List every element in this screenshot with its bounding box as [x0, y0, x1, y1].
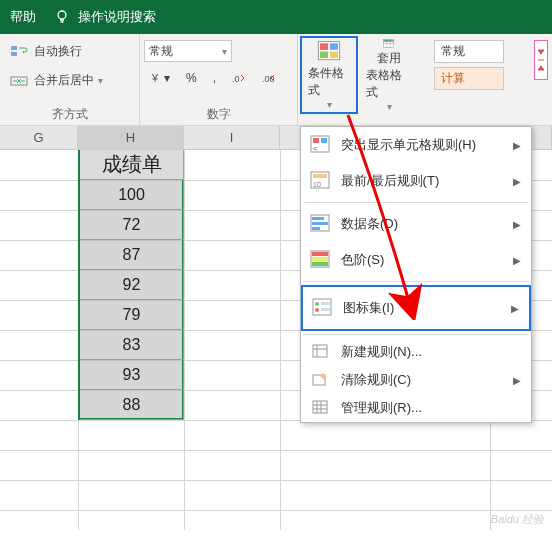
table-cell[interactable]: 88 — [80, 390, 184, 420]
svg-text:¥: ¥ — [151, 72, 159, 84]
number-group-label: 数字 — [140, 106, 297, 126]
conditional-formatting-label: 条件格式 — [308, 65, 350, 99]
menu-label: 数据条(D) — [341, 215, 398, 233]
svg-rect-33 — [321, 308, 330, 311]
menu-manage-rules[interactable]: 管理规则(R)... — [301, 394, 531, 422]
table-cell[interactable]: 83 — [80, 330, 184, 360]
style-gallery-scroll[interactable] — [534, 40, 548, 80]
col-header-h[interactable]: H — [78, 126, 184, 149]
svg-rect-15 — [313, 138, 319, 143]
conditional-format-menu: < 突出显示单元格规则(H)▶ 10 最前/最后规则(T)▶ 数据条(D)▶ 色… — [300, 126, 532, 423]
chevron-down-icon: ▾ — [222, 46, 227, 57]
color-scales-icon — [309, 249, 331, 271]
increase-decimal-button[interactable]: .0 — [226, 68, 252, 88]
tell-me-search[interactable]: 操作说明搜索 — [78, 8, 156, 26]
svg-text:.0: .0 — [232, 74, 240, 84]
svg-text:10: 10 — [313, 181, 321, 188]
svg-rect-11 — [330, 52, 338, 59]
wrap-text-label: 自动换行 — [34, 43, 82, 60]
menu-icon-sets[interactable]: 图标集(I)▶ — [301, 285, 531, 331]
highlight-rules-icon: < — [309, 134, 331, 156]
svg-rect-8 — [320, 43, 328, 50]
submenu-arrow-icon: ▶ — [513, 140, 521, 151]
format-table-label1: 套用 — [377, 50, 401, 67]
submenu-arrow-icon: ▶ — [513, 176, 521, 187]
manage-rules-icon — [309, 397, 331, 419]
number-format-value: 常规 — [149, 43, 222, 60]
svg-rect-36 — [313, 401, 327, 413]
wrap-text-button[interactable]: 自动换行 — [4, 40, 88, 63]
percent-button[interactable]: % — [180, 68, 203, 88]
submenu-arrow-icon: ▶ — [511, 303, 519, 314]
svg-rect-22 — [312, 217, 324, 220]
menu-color-scales[interactable]: 色阶(S)▶ — [301, 242, 531, 278]
help-label[interactable]: 帮助 — [10, 8, 36, 26]
svg-point-31 — [315, 308, 319, 312]
table-cell[interactable]: 87 — [80, 240, 184, 270]
data-bars-icon — [309, 213, 331, 235]
merge-center-label: 合并后居中 — [34, 72, 94, 89]
alignment-group-label: 齐方式 — [0, 106, 139, 126]
svg-rect-16 — [321, 138, 327, 143]
col-header-g[interactable]: G — [0, 126, 78, 149]
icon-sets-icon — [311, 297, 333, 319]
svg-text:<: < — [313, 144, 318, 153]
table-cell[interactable]: 92 — [80, 270, 184, 300]
menu-clear-rules[interactable]: 清除规则(C)▶ — [301, 366, 531, 394]
chevron-down-icon: ▾ — [327, 99, 332, 110]
comma-button[interactable]: , — [207, 68, 222, 88]
merge-center-button[interactable]: 合并后居中 ▾ — [4, 69, 109, 92]
format-as-table-button[interactable]: 套用 表格格式 ▾ — [360, 36, 418, 114]
svg-rect-19 — [313, 174, 327, 178]
clear-rules-icon — [309, 369, 331, 391]
table-cell[interactable]: 93 — [80, 360, 184, 390]
conditional-formatting-button[interactable]: 条件格式 ▾ — [300, 36, 358, 114]
table-header-cell[interactable]: 成绩单 — [80, 150, 184, 180]
number-format-combo[interactable]: 常规 ▾ — [144, 40, 232, 62]
menu-label: 最前/最后规则(T) — [341, 172, 439, 190]
submenu-arrow-icon: ▶ — [513, 255, 521, 266]
svg-rect-10 — [320, 52, 328, 59]
menu-label: 新建规则(N)... — [341, 343, 422, 361]
svg-rect-26 — [312, 252, 328, 256]
menu-label: 图标集(I) — [343, 299, 394, 317]
submenu-arrow-icon: ▶ — [513, 219, 521, 230]
menu-highlight-rules[interactable]: < 突出显示单元格规则(H)▶ — [301, 127, 531, 163]
top-bottom-icon: 10 — [309, 170, 331, 192]
svg-point-30 — [315, 302, 319, 306]
submenu-arrow-icon: ▶ — [513, 375, 521, 386]
svg-rect-28 — [312, 262, 328, 266]
col-header-i[interactable]: I — [184, 126, 280, 149]
menu-label: 管理规则(R)... — [341, 399, 422, 417]
svg-rect-34 — [313, 345, 327, 357]
chevron-down-icon: ▾ — [98, 75, 103, 86]
svg-rect-23 — [312, 222, 328, 225]
svg-rect-2 — [11, 52, 17, 56]
svg-rect-1 — [11, 46, 17, 50]
table-cell[interactable]: 72 — [80, 210, 184, 240]
svg-rect-9 — [330, 43, 338, 50]
menu-label: 突出显示单元格规则(H) — [341, 136, 476, 154]
watermark: Baidu 经验 — [491, 512, 544, 527]
menu-label: 色阶(S) — [341, 251, 384, 269]
table-cell[interactable]: 100 — [80, 180, 184, 210]
svg-rect-24 — [312, 227, 320, 230]
chevron-down-icon: ▾ — [387, 101, 392, 112]
svg-rect-27 — [312, 257, 328, 261]
svg-rect-32 — [321, 302, 330, 305]
bulb-icon — [54, 9, 70, 25]
menu-data-bars[interactable]: 数据条(D)▶ — [301, 206, 531, 242]
currency-button[interactable]: ¥▾ — [144, 68, 176, 88]
menu-label: 清除规则(C) — [341, 371, 411, 389]
cell-style-normal[interactable]: 常规 — [434, 40, 504, 63]
cell-style-calc[interactable]: 计算 — [434, 67, 504, 90]
menu-new-rule[interactable]: 新建规则(N)... — [301, 338, 531, 366]
format-table-label2: 表格格式 — [366, 67, 412, 101]
svg-rect-29 — [313, 299, 331, 315]
menu-top-bottom-rules[interactable]: 10 最前/最后规则(T)▶ — [301, 163, 531, 199]
decrease-decimal-button[interactable]: .00 — [256, 68, 282, 88]
new-rule-icon — [309, 341, 331, 363]
table-cell[interactable]: 79 — [80, 300, 184, 330]
svg-point-0 — [58, 11, 66, 19]
